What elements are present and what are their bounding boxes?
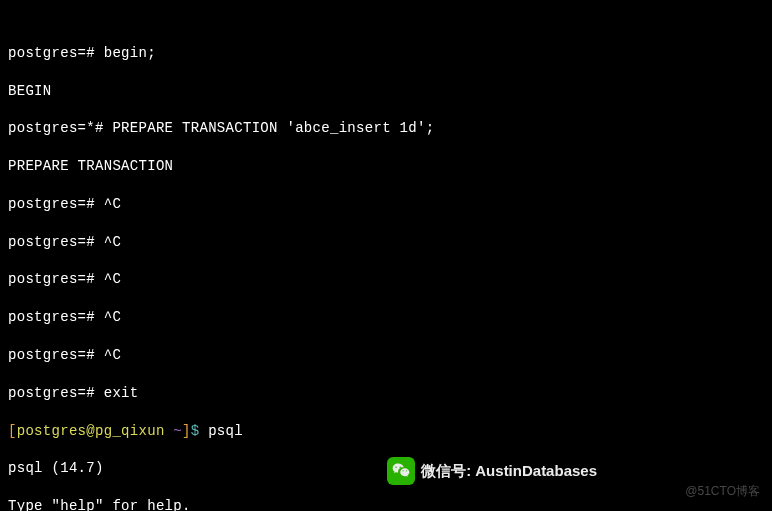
terminal-line: psql (14.7) bbox=[8, 459, 764, 478]
user-host: postgres@pg_qixun bbox=[17, 423, 174, 439]
terminal-line: postgres=# exit bbox=[8, 384, 764, 403]
shell-prompt-line: [postgres@pg_qixun ~]$ psql bbox=[8, 422, 764, 441]
terminal-line: Type "help" for help. bbox=[8, 497, 764, 511]
terminal-line: postgres=# ^C bbox=[8, 346, 764, 365]
tilde: ~ bbox=[173, 423, 182, 439]
terminal-line: postgres=# ^C bbox=[8, 270, 764, 289]
terminal-line: PREPARE TRANSACTION bbox=[8, 157, 764, 176]
terminal-line: postgres=# ^C bbox=[8, 233, 764, 252]
terminal-output[interactable]: postgres=# begin; BEGIN postgres=*# PREP… bbox=[8, 6, 764, 511]
wechat-icon bbox=[387, 457, 415, 485]
cto-watermark: @51CTO博客 bbox=[685, 483, 760, 499]
terminal-line: postgres=# ^C bbox=[8, 195, 764, 214]
wechat-watermark: 微信号: AustinDatabases bbox=[387, 457, 597, 485]
bracket-open: [ bbox=[8, 423, 17, 439]
command: psql bbox=[208, 423, 243, 439]
bracket-close: ] bbox=[182, 423, 191, 439]
terminal-line: postgres=# begin; bbox=[8, 44, 764, 63]
watermark-label: 微信号: AustinDatabases bbox=[421, 461, 597, 481]
dollar: $ bbox=[191, 423, 208, 439]
terminal-line: BEGIN bbox=[8, 82, 764, 101]
terminal-line: postgres=# ^C bbox=[8, 308, 764, 327]
terminal-line: postgres=*# PREPARE TRANSACTION 'abce_in… bbox=[8, 119, 764, 138]
